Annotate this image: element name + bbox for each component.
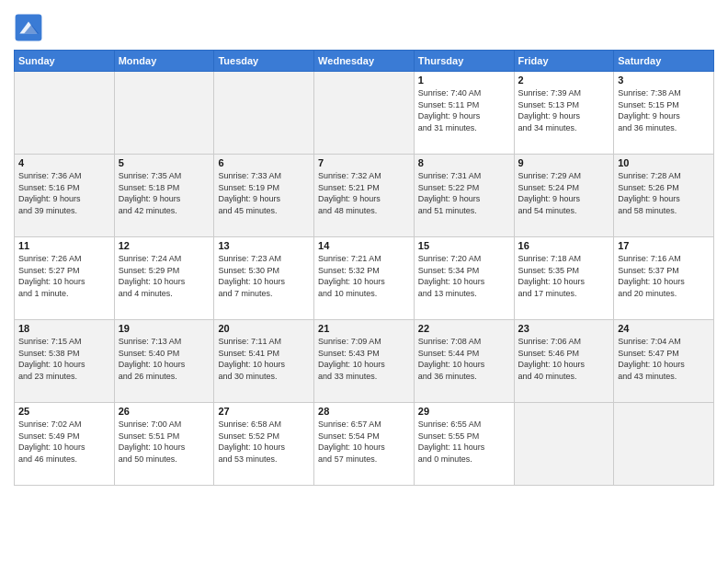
day-number: 5	[119, 157, 210, 168]
day-info: Sunrise: 7:15 AM Sunset: 5:38 PM Dayligh…	[18, 336, 110, 382]
logo	[14, 13, 47, 42]
day-number: 2	[518, 75, 610, 86]
day-number: 21	[318, 323, 410, 334]
day-info: Sunrise: 7:08 AM Sunset: 5:44 PM Dayligh…	[418, 336, 510, 382]
day-number: 28	[318, 406, 410, 417]
calendar-cell	[614, 403, 714, 486]
day-number: 29	[418, 406, 510, 417]
day-info: Sunrise: 7:11 AM Sunset: 5:41 PM Dayligh…	[218, 336, 310, 382]
day-number: 24	[618, 323, 710, 334]
day-info: Sunrise: 7:00 AM Sunset: 5:51 PM Dayligh…	[119, 419, 210, 465]
calendar-cell	[15, 72, 115, 155]
week-row-3: 11Sunrise: 7:26 AM Sunset: 5:27 PM Dayli…	[15, 237, 714, 320]
day-number: 18	[18, 323, 110, 334]
day-info: Sunrise: 7:18 AM Sunset: 5:35 PM Dayligh…	[518, 253, 610, 299]
calendar-cell: 5Sunrise: 7:35 AM Sunset: 5:18 PM Daylig…	[114, 155, 214, 237]
weekday-header-saturday: Saturday	[614, 51, 714, 72]
day-number: 27	[218, 406, 310, 417]
day-info: Sunrise: 7:33 AM Sunset: 5:19 PM Dayligh…	[218, 170, 310, 216]
calendar-cell: 2Sunrise: 7:39 AM Sunset: 5:13 PM Daylig…	[514, 72, 614, 155]
weekday-header-friday: Friday	[514, 51, 614, 72]
day-info: Sunrise: 7:35 AM Sunset: 5:18 PM Dayligh…	[119, 170, 210, 216]
day-number: 4	[18, 157, 110, 168]
calendar-cell: 25Sunrise: 7:02 AM Sunset: 5:49 PM Dayli…	[15, 403, 115, 486]
calendar-cell	[314, 72, 415, 155]
day-info: Sunrise: 7:09 AM Sunset: 5:43 PM Dayligh…	[318, 336, 410, 382]
day-number: 10	[618, 157, 710, 168]
day-info: Sunrise: 7:26 AM Sunset: 5:27 PM Dayligh…	[18, 253, 110, 299]
day-number: 7	[318, 157, 410, 168]
day-number: 14	[318, 240, 410, 251]
day-number: 22	[418, 323, 510, 334]
calendar-cell: 6Sunrise: 7:33 AM Sunset: 5:19 PM Daylig…	[214, 155, 314, 237]
calendar-cell: 23Sunrise: 7:06 AM Sunset: 5:46 PM Dayli…	[514, 320, 614, 403]
day-number: 25	[18, 406, 110, 417]
week-row-5: 25Sunrise: 7:02 AM Sunset: 5:49 PM Dayli…	[15, 403, 714, 486]
calendar-cell: 14Sunrise: 7:21 AM Sunset: 5:32 PM Dayli…	[314, 237, 415, 320]
day-info: Sunrise: 7:02 AM Sunset: 5:49 PM Dayligh…	[18, 419, 110, 465]
day-number: 15	[418, 240, 510, 251]
day-number: 6	[218, 157, 310, 168]
day-info: Sunrise: 6:58 AM Sunset: 5:52 PM Dayligh…	[218, 419, 310, 465]
day-info: Sunrise: 7:21 AM Sunset: 5:32 PM Dayligh…	[318, 253, 410, 299]
day-info: Sunrise: 7:36 AM Sunset: 5:16 PM Dayligh…	[18, 170, 110, 216]
day-number: 8	[418, 157, 510, 168]
day-info: Sunrise: 6:57 AM Sunset: 5:54 PM Dayligh…	[318, 419, 410, 465]
day-number: 1	[418, 75, 510, 86]
weekday-header-row: SundayMondayTuesdayWednesdayThursdayFrid…	[15, 51, 714, 72]
day-number: 16	[518, 240, 610, 251]
day-number: 13	[218, 240, 310, 251]
calendar-cell: 4Sunrise: 7:36 AM Sunset: 5:16 PM Daylig…	[15, 155, 115, 237]
week-row-1: 1Sunrise: 7:40 AM Sunset: 5:11 PM Daylig…	[15, 72, 714, 155]
day-number: 20	[218, 323, 310, 334]
calendar-cell: 18Sunrise: 7:15 AM Sunset: 5:38 PM Dayli…	[15, 320, 115, 403]
calendar-cell	[514, 403, 614, 486]
weekday-header-wednesday: Wednesday	[314, 51, 415, 72]
calendar-cell: 28Sunrise: 6:57 AM Sunset: 5:54 PM Dayli…	[314, 403, 415, 486]
week-row-2: 4Sunrise: 7:36 AM Sunset: 5:16 PM Daylig…	[15, 155, 714, 237]
page-header	[14, 9, 714, 42]
day-info: Sunrise: 7:23 AM Sunset: 5:30 PM Dayligh…	[218, 253, 310, 299]
day-info: Sunrise: 7:06 AM Sunset: 5:46 PM Dayligh…	[518, 336, 610, 382]
day-info: Sunrise: 7:32 AM Sunset: 5:21 PM Dayligh…	[318, 170, 410, 216]
calendar-cell: 20Sunrise: 7:11 AM Sunset: 5:41 PM Dayli…	[214, 320, 314, 403]
calendar-cell: 27Sunrise: 6:58 AM Sunset: 5:52 PM Dayli…	[214, 403, 314, 486]
calendar-cell: 13Sunrise: 7:23 AM Sunset: 5:30 PM Dayli…	[214, 237, 314, 320]
calendar-cell: 9Sunrise: 7:29 AM Sunset: 5:24 PM Daylig…	[514, 155, 614, 237]
day-number: 26	[119, 406, 210, 417]
calendar-cell: 26Sunrise: 7:00 AM Sunset: 5:51 PM Dayli…	[114, 403, 214, 486]
calendar-cell: 11Sunrise: 7:26 AM Sunset: 5:27 PM Dayli…	[15, 237, 115, 320]
day-number: 17	[618, 240, 710, 251]
calendar-cell: 15Sunrise: 7:20 AM Sunset: 5:34 PM Dayli…	[414, 237, 514, 320]
day-info: Sunrise: 7:16 AM Sunset: 5:37 PM Dayligh…	[618, 253, 710, 299]
day-number: 12	[119, 240, 210, 251]
calendar-cell: 17Sunrise: 7:16 AM Sunset: 5:37 PM Dayli…	[614, 237, 714, 320]
day-info: Sunrise: 7:04 AM Sunset: 5:47 PM Dayligh…	[618, 336, 710, 382]
calendar-cell: 24Sunrise: 7:04 AM Sunset: 5:47 PM Dayli…	[614, 320, 714, 403]
day-info: Sunrise: 7:38 AM Sunset: 5:15 PM Dayligh…	[618, 87, 710, 133]
day-info: Sunrise: 6:55 AM Sunset: 5:55 PM Dayligh…	[418, 419, 510, 465]
day-number: 3	[618, 75, 710, 86]
day-info: Sunrise: 7:24 AM Sunset: 5:29 PM Dayligh…	[119, 253, 210, 299]
weekday-header-tuesday: Tuesday	[214, 51, 314, 72]
calendar-cell: 22Sunrise: 7:08 AM Sunset: 5:44 PM Dayli…	[414, 320, 514, 403]
day-info: Sunrise: 7:13 AM Sunset: 5:40 PM Dayligh…	[119, 336, 210, 382]
logo-icon	[14, 13, 43, 42]
weekday-header-thursday: Thursday	[414, 51, 514, 72]
calendar-cell: 10Sunrise: 7:28 AM Sunset: 5:26 PM Dayli…	[614, 155, 714, 237]
day-info: Sunrise: 7:39 AM Sunset: 5:13 PM Dayligh…	[518, 87, 610, 133]
day-info: Sunrise: 7:40 AM Sunset: 5:11 PM Dayligh…	[418, 87, 510, 133]
weekday-header-sunday: Sunday	[15, 51, 115, 72]
calendar-cell: 8Sunrise: 7:31 AM Sunset: 5:22 PM Daylig…	[414, 155, 514, 237]
day-number: 9	[518, 157, 610, 168]
calendar-cell: 16Sunrise: 7:18 AM Sunset: 5:35 PM Dayli…	[514, 237, 614, 320]
calendar-table: SundayMondayTuesdayWednesdayThursdayFrid…	[14, 50, 714, 486]
calendar-cell: 3Sunrise: 7:38 AM Sunset: 5:15 PM Daylig…	[614, 72, 714, 155]
week-row-4: 18Sunrise: 7:15 AM Sunset: 5:38 PM Dayli…	[15, 320, 714, 403]
calendar-cell: 29Sunrise: 6:55 AM Sunset: 5:55 PM Dayli…	[414, 403, 514, 486]
day-info: Sunrise: 7:31 AM Sunset: 5:22 PM Dayligh…	[418, 170, 510, 216]
day-number: 19	[119, 323, 210, 334]
calendar-cell: 19Sunrise: 7:13 AM Sunset: 5:40 PM Dayli…	[114, 320, 214, 403]
calendar-cell	[214, 72, 314, 155]
day-info: Sunrise: 7:28 AM Sunset: 5:26 PM Dayligh…	[618, 170, 710, 216]
